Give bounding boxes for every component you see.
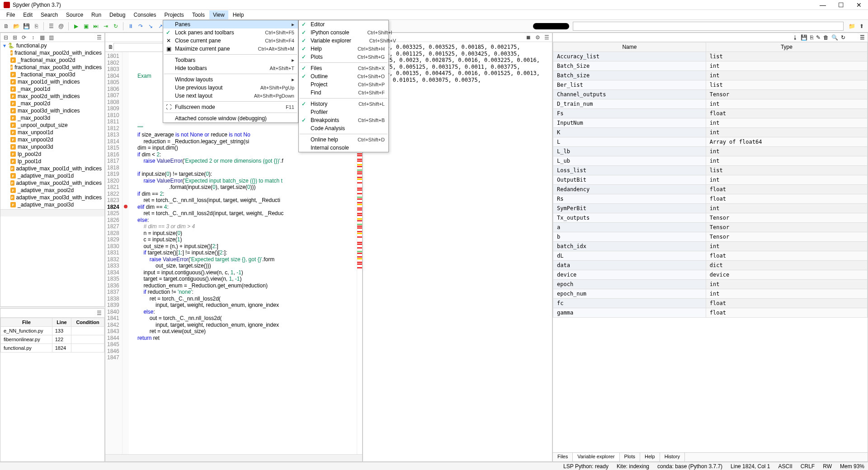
menu-help[interactable]: Help (229, 10, 248, 19)
menu-item[interactable]: Use next layoutAlt+Shift+PgDown (163, 92, 298, 100)
step-icon[interactable]: ↷ (136, 22, 145, 31)
minimize-button[interactable]: — (814, 0, 832, 10)
save-as-icon[interactable]: ⎘ (810, 34, 813, 41)
console-opts-icon[interactable]: ⚙ (534, 34, 541, 41)
menu-item[interactable]: ▣Maximize current paneCtrl+Alt+Shift+M (163, 45, 298, 53)
table-row[interactable]: fibernonlinear.py122 (1, 335, 104, 344)
outline-item[interactable]: F _adaptive_max_pool3d (0, 201, 104, 208)
table-row[interactable]: e_NN_function.py133 (1, 327, 104, 335)
outline-sort-icon[interactable]: ↕ (29, 34, 37, 41)
table-row[interactable]: OutputBitint (553, 175, 868, 185)
tab-plots[interactable]: Plots (620, 453, 640, 461)
editor-hscroll[interactable] (105, 454, 362, 461)
outline-item[interactable]: F max_unpool2d (0, 136, 104, 143)
table-row[interactable]: Accuracy_listlist (553, 52, 868, 61)
console-menu-icon[interactable]: ☰ (543, 34, 550, 41)
outline-grid2-icon[interactable]: ▥ (47, 34, 55, 41)
chevron-down-icon[interactable]: ▾ (3, 42, 6, 49)
remove-icon[interactable]: 🗑 (823, 34, 829, 41)
varexp-header[interactable]: Type (706, 42, 867, 52)
up-dir-icon[interactable]: ⬆ (857, 22, 866, 31)
outline-item[interactable]: F _max_pool2d (0, 100, 104, 107)
run-selection-icon[interactable]: ⇥ (101, 22, 110, 31)
varexp-header[interactable]: Name (553, 42, 706, 52)
outline-menu-icon[interactable]: ☰ (95, 34, 103, 41)
table-row[interactable]: epochint (553, 280, 868, 289)
menu-item[interactable]: Panes▸ (163, 20, 298, 28)
bp-header[interactable]: Condition (71, 318, 104, 327)
varexp-menu-icon[interactable]: ☰ (860, 34, 865, 41)
menu-item[interactable]: ✓PlotsCtrl+Shift+G (299, 53, 388, 61)
collapse-icon[interactable]: ⊟ (2, 34, 9, 41)
table-row[interactable]: fcfloat (553, 299, 868, 308)
at-icon[interactable]: @ (57, 22, 66, 31)
folder-browse-icon[interactable]: 📁 (847, 22, 856, 31)
save-data-icon[interactable]: 💾 (801, 34, 807, 41)
menu-view[interactable]: View (209, 10, 228, 19)
menu-item[interactable]: ✕Close current paneCtrl+Shift+F4 (163, 37, 298, 45)
outline-item[interactable]: F _fractional_max_pool3d (0, 71, 104, 78)
outline-item[interactable]: F max_pool3d_with_indices (0, 107, 104, 114)
table-row[interactable]: datadict (553, 261, 868, 270)
outline-item[interactable]: F max_pool1d_with_indices (0, 78, 104, 85)
table-row[interactable]: Ber_listlist (553, 80, 868, 90)
menu-item[interactable]: Attached console window (debugging) (163, 114, 298, 122)
breakpoint-dot[interactable] (124, 205, 127, 208)
bp-header[interactable]: Line (52, 318, 71, 327)
breakpoints-menu-icon[interactable]: ☰ (95, 310, 103, 317)
table-row[interactable]: Channel_outputsTensor (553, 90, 868, 99)
menu-item[interactable]: Internal console (299, 144, 388, 152)
menu-item[interactable]: ✓OutlineCtrl+Shift+O (299, 72, 388, 80)
menu-item[interactable]: FindCtrl+Shift+F (299, 89, 388, 97)
table-row[interactable]: dLfloat (553, 251, 868, 261)
table-row[interactable]: Kint (553, 128, 868, 137)
table-row[interactable]: devicedevice (553, 270, 868, 280)
tab-history[interactable]: History (660, 453, 685, 461)
menu-item[interactable]: ✓HistoryCtrl+Shift+L (299, 100, 388, 108)
tab-list-icon[interactable]: 🗎 (108, 44, 113, 50)
menu-item[interactable]: ⛶Fullscreen modeF11 (163, 103, 298, 111)
menu-item[interactable]: Code Analysis (299, 124, 388, 132)
console-output[interactable]: 0.00475, 0.003325, 0.003525, 0.00185, 0.… (363, 42, 552, 85)
outline-item[interactable]: F fractional_max_pool2d_with_indices (0, 49, 104, 56)
bp-header[interactable]: File (1, 318, 52, 327)
table-row[interactable]: L_lbint (553, 147, 868, 156)
outline-grid-icon[interactable]: ▦ (38, 34, 46, 41)
new-file-icon[interactable]: 🗎 (2, 22, 11, 31)
working-dir-combo[interactable] (573, 22, 844, 31)
rerun-icon[interactable]: ↻ (111, 22, 120, 31)
run-cell-advance-icon[interactable]: ⏭ (91, 22, 100, 31)
menu-item[interactable]: ProjectCtrl+Shift+P (299, 80, 388, 89)
table-row[interactable]: LArray of float64 (553, 137, 868, 147)
outline-item[interactable]: F _fractional_max_pool2d (0, 56, 104, 64)
menu-projects[interactable]: Projects (161, 10, 188, 19)
menu-edit[interactable]: Edit (19, 10, 36, 19)
table-row[interactable]: batch_idxint (553, 242, 868, 251)
table-row[interactable]: Fsfloat (553, 109, 868, 118)
menu-item[interactable]: ✓HelpCtrl+Shift+H (299, 45, 388, 53)
save-icon[interactable]: 💾 (22, 22, 31, 31)
menu-file[interactable]: File (3, 10, 19, 19)
menu-search[interactable]: Search (37, 10, 61, 19)
outline-item[interactable]: F _adaptive_max_pool2d (0, 187, 104, 194)
table-row[interactable]: functional.py1824 (1, 344, 104, 352)
outline-item[interactable]: F max_pool2d_with_indices (0, 93, 104, 100)
table-row[interactable]: aTensor (553, 223, 868, 232)
editor-tab[interactable] (113, 43, 167, 51)
table-row[interactable]: Loss_listlist (553, 166, 868, 175)
menu-consoles[interactable]: Consoles (130, 10, 160, 19)
menu-item[interactable]: ✓Variable explorerCtrl+Shift+V (299, 37, 388, 45)
breakpoint-column[interactable] (123, 52, 129, 454)
menu-debug[interactable]: Debug (106, 10, 129, 19)
clear-icon[interactable]: ✎ (816, 34, 821, 41)
outline-item[interactable]: F adaptive_max_pool1d_with_indices (0, 165, 104, 172)
table-row[interactable]: L_ubint (553, 156, 868, 166)
run-icon[interactable]: ▶ (71, 22, 80, 31)
menu-run[interactable]: Run (88, 10, 105, 19)
maximize-button[interactable]: ☐ (832, 0, 850, 10)
menu-item[interactable]: Hide toolbarsAlt+Shift+T (163, 64, 298, 72)
outline-item[interactable]: F lp_pool2d (0, 150, 104, 158)
tab-files[interactable]: Files (553, 453, 573, 461)
menu-item[interactable]: Online helpCtrl+Shift+D (299, 136, 388, 144)
table-row[interactable]: InputNumint (553, 118, 868, 128)
